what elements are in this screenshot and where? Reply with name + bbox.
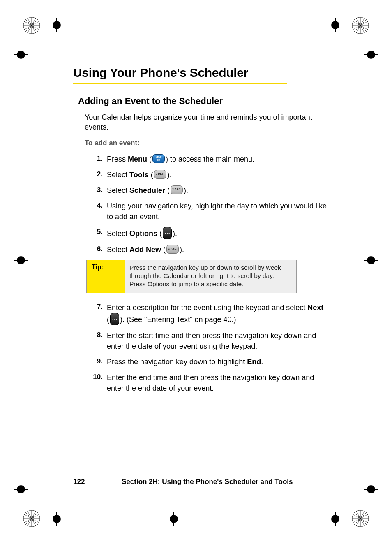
step-number: 7. — [85, 302, 107, 313]
crop-mark-icon — [23, 16, 41, 35]
step-text: Select Tools (3 DEF). — [107, 169, 328, 180]
step-text: Select Add New (2 ABC). — [107, 244, 328, 255]
keypad-3-icon: 3 DEF — [154, 170, 166, 179]
step-number: 6. — [85, 244, 107, 255]
step-number: 9. — [85, 356, 107, 367]
registration-mark-icon — [14, 253, 28, 268]
crop-line — [371, 62, 371, 481]
keypad-2-icon: 2 ABC — [166, 245, 179, 254]
step-5: 5. Select Options (•••). — [85, 227, 328, 239]
registration-mark-icon — [49, 512, 64, 526]
step-2: 2. Select Tools (3 DEF). — [85, 169, 328, 180]
step-text: Select Options (•••). — [107, 227, 328, 239]
step-text: Press Menu () to access the main menu. — [107, 154, 328, 164]
step-7: 7. Enter a description for the event usi… — [85, 302, 328, 325]
registration-mark-icon — [49, 18, 64, 32]
step-10: 10. Enter the end time and then press th… — [85, 372, 328, 394]
title-divider — [73, 83, 287, 84]
step-8: 8. Enter the start time and then press t… — [85, 330, 328, 352]
crop-mark-icon — [351, 509, 369, 528]
step-number: 3. — [85, 185, 107, 195]
step-number: 10. — [85, 372, 107, 382]
tip-text: Press the navigation key up or down to s… — [125, 260, 296, 292]
registration-mark-icon — [328, 512, 343, 526]
step-text: Select Scheduler (2 ABC). — [107, 185, 328, 196]
registration-mark-icon — [364, 47, 378, 62]
softkey-icon: ••• — [110, 313, 119, 325]
step-3: 3. Select Scheduler (2 ABC). — [85, 185, 328, 196]
step-1: 1. Press Menu () to access the main menu… — [85, 154, 328, 164]
step-text: Enter a description for the event using … — [107, 302, 328, 325]
steps-list-continued: 7. Enter a description for the event usi… — [85, 302, 328, 394]
registration-mark-icon — [364, 482, 378, 497]
page-footer: 122 Section 2H: Using the Phone's Schedu… — [73, 478, 328, 486]
registration-mark-icon — [14, 47, 28, 62]
step-text: Press the navigation key down to highlig… — [107, 356, 328, 367]
crop-line — [64, 519, 327, 519]
step-number: 1. — [85, 154, 107, 164]
footer-section-label: Section 2H: Using the Phone's Scheduler … — [122, 478, 293, 486]
crop-line — [21, 62, 21, 481]
step-text: Enter the start time and then press the … — [107, 330, 328, 352]
crop-mark-icon — [23, 509, 41, 528]
step-number: 4. — [85, 201, 107, 211]
step-text: Using your navigation key, highlight the… — [107, 201, 328, 222]
page-number: 122 — [73, 478, 122, 486]
step-4: 4. Using your navigation key, highlight … — [85, 201, 328, 222]
crop-line — [64, 25, 327, 25]
step-number: 5. — [85, 227, 107, 237]
tip-label: Tip: — [87, 260, 125, 292]
instruction-label: To add an event: — [85, 139, 328, 147]
intro-text: Your Calendar helps organize your time a… — [85, 112, 324, 132]
page-title: Using Your Phone's Scheduler — [73, 66, 328, 80]
step-9: 9. Press the navigation key down to high… — [85, 356, 328, 367]
tip-callout: Tip: Press the navigation key up or down… — [86, 260, 297, 293]
step-text: Enter the end time and then press the na… — [107, 372, 328, 394]
crop-mark-icon — [351, 16, 369, 35]
menu-ok-button-icon — [152, 154, 165, 163]
steps-list: 1. Press Menu () to access the main menu… — [85, 154, 328, 255]
step-number: 8. — [85, 330, 107, 340]
softkey-icon: ••• — [163, 227, 172, 239]
step-6: 6. Select Add New (2 ABC). — [85, 244, 328, 255]
registration-mark-icon — [328, 18, 343, 32]
keypad-2-icon: 2 ABC — [171, 185, 183, 194]
section-subtitle: Adding an Event to the Scheduler — [78, 96, 328, 106]
registration-mark-icon — [14, 482, 28, 497]
page-content: Using Your Phone's Scheduler Adding an E… — [73, 66, 328, 398]
step-number: 2. — [85, 169, 107, 180]
